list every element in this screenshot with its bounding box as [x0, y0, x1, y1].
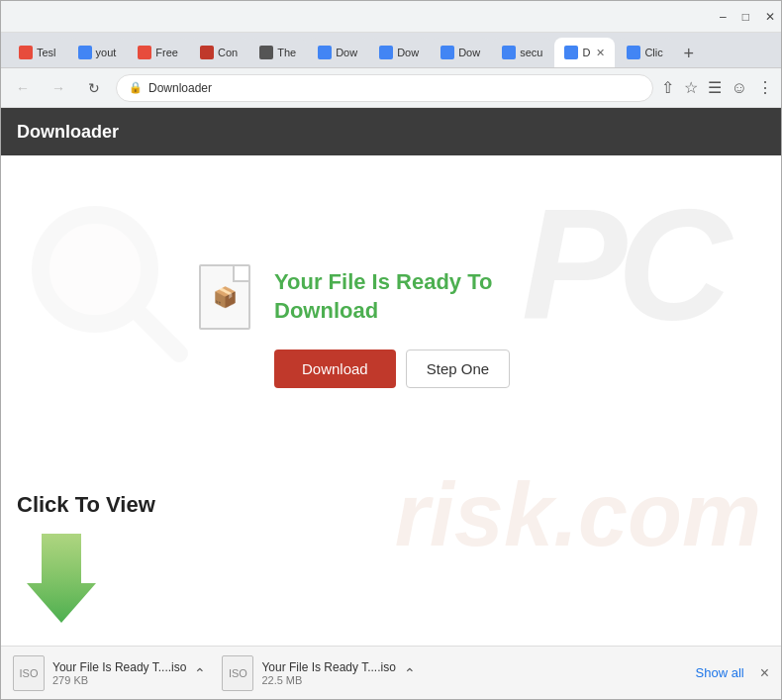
share-icon[interactable]: ⇧	[661, 78, 674, 97]
download-file-icon-1: ISO	[13, 655, 45, 691]
tab-youtube[interactable]: yout	[68, 38, 127, 67]
downloads-close-button[interactable]: ×	[760, 664, 769, 682]
tab-dow2[interactable]: Dow	[369, 38, 429, 67]
window-controls: – □ ✕	[720, 10, 775, 24]
tab-downloader-active[interactable]: D ✕	[554, 38, 615, 67]
back-button[interactable]: ←	[9, 74, 37, 102]
download-size-1: 279 KB	[52, 674, 186, 686]
ready-text: Your File Is Ready ToDownload	[274, 268, 492, 325]
tab-label: Dow	[397, 47, 419, 58]
download-file-icon-2: ISO	[222, 655, 253, 691]
download-size-2: 22.5 MB	[261, 674, 395, 686]
svg-line-1	[135, 309, 179, 353]
svg-point-0	[41, 215, 149, 324]
tab-dow3[interactable]: Dow	[431, 38, 490, 67]
button-row: Download Step One	[274, 350, 510, 388]
file-type-label-2: ISO	[229, 667, 247, 679]
tab-bar: Tesl yout Free Con The Dow Dow Dow	[1, 33, 781, 68]
watermark-risk-text: risk.com	[395, 464, 761, 566]
click-to-view-text: Click To View	[17, 492, 155, 518]
tabstrip-icon[interactable]: ☰	[708, 78, 722, 97]
tab-dow1[interactable]: Dow	[308, 38, 367, 67]
app-navbar: Downloader	[1, 108, 781, 155]
tab-con[interactable]: Con	[190, 38, 247, 67]
title-bar: – □ ✕	[1, 1, 781, 33]
lock-icon: 🔒	[129, 81, 143, 94]
tab-the[interactable]: The	[249, 38, 306, 67]
tab-label: Tesl	[37, 47, 56, 58]
bookmark-icon[interactable]: ☆	[684, 78, 698, 97]
tab-close-icon[interactable]: ✕	[596, 47, 605, 59]
tab-label: Free	[155, 47, 178, 58]
tab-clic[interactable]: Clic	[617, 38, 672, 67]
show-all-button[interactable]: Show all	[696, 665, 744, 680]
profile-icon[interactable]: ☺	[732, 79, 747, 97]
file-row: 📦 Your File Is Ready ToDownload	[199, 264, 492, 330]
download-name-2: Your File Is Ready T....iso	[261, 660, 395, 674]
download-info-2: Your File Is Ready T....iso 22.5 MB	[261, 660, 395, 686]
address-input[interactable]: 🔒 Downloader	[116, 74, 653, 102]
tab-tesla[interactable]: Tesl	[9, 38, 66, 67]
watermark-magnify-icon	[31, 205, 189, 363]
tab-label: yout	[96, 47, 117, 58]
address-text: Downloader	[148, 81, 212, 95]
download-chevron-2[interactable]: ⌃	[404, 665, 416, 681]
download-chevron-1[interactable]: ⌃	[194, 665, 206, 681]
download-info-1: Your File Is Ready T....iso 279 KB	[52, 660, 186, 686]
file-type-label: ISO	[20, 667, 39, 679]
forward-button[interactable]: →	[45, 74, 72, 102]
step-one-button[interactable]: Step One	[406, 350, 510, 388]
download-button[interactable]: Download	[274, 350, 396, 388]
click-to-view-section: Click To View	[17, 492, 155, 627]
download-section: 📦 Your File Is Ready ToDownload Download…	[199, 264, 741, 388]
restore-icon[interactable]: □	[742, 10, 749, 24]
downloads-bar: ISO Your File Is Ready T....iso 279 KB ⌃…	[1, 646, 781, 699]
close-icon[interactable]: ✕	[765, 10, 775, 24]
app-title: Downloader	[17, 122, 119, 143]
svg-marker-2	[27, 534, 96, 623]
tab-label: Dow	[336, 47, 357, 58]
tab-label: Dow	[458, 47, 480, 58]
file-icon: 📦	[199, 264, 250, 330]
page-content: PC risk.com 📦 Your File Is Ready ToDownl…	[1, 155, 781, 646]
download-item-2: ISO Your File Is Ready T....iso 22.5 MB …	[222, 655, 415, 691]
toolbar-right: ⇧ ☆ ☰ ☺ ⋮	[661, 78, 773, 97]
tab-free[interactable]: Free	[128, 38, 188, 67]
tab-label: Con	[218, 47, 238, 58]
tab-label: The	[277, 47, 296, 58]
tab-label: Clic	[644, 47, 662, 58]
arrow-down-icon	[27, 534, 96, 623]
tab-label: secu	[520, 47, 542, 58]
browser-window: – □ ✕ Tesl yout Free Con The Dow	[0, 0, 782, 700]
download-name-1: Your File Is Ready T....iso	[52, 660, 186, 674]
new-tab-button[interactable]: +	[675, 40, 703, 67]
tab-label: D	[582, 47, 590, 58]
minimize-icon[interactable]: –	[720, 10, 727, 24]
download-item-1: ISO Your File Is Ready T....iso 279 KB ⌃	[13, 655, 206, 691]
address-bar: ← → ↻ 🔒 Downloader ⇧ ☆ ☰ ☺ ⋮	[1, 68, 781, 108]
tab-secu[interactable]: secu	[492, 38, 552, 67]
menu-icon[interactable]: ⋮	[757, 78, 773, 97]
zip-icon: 📦	[213, 285, 238, 309]
reload-button[interactable]: ↻	[80, 74, 108, 102]
